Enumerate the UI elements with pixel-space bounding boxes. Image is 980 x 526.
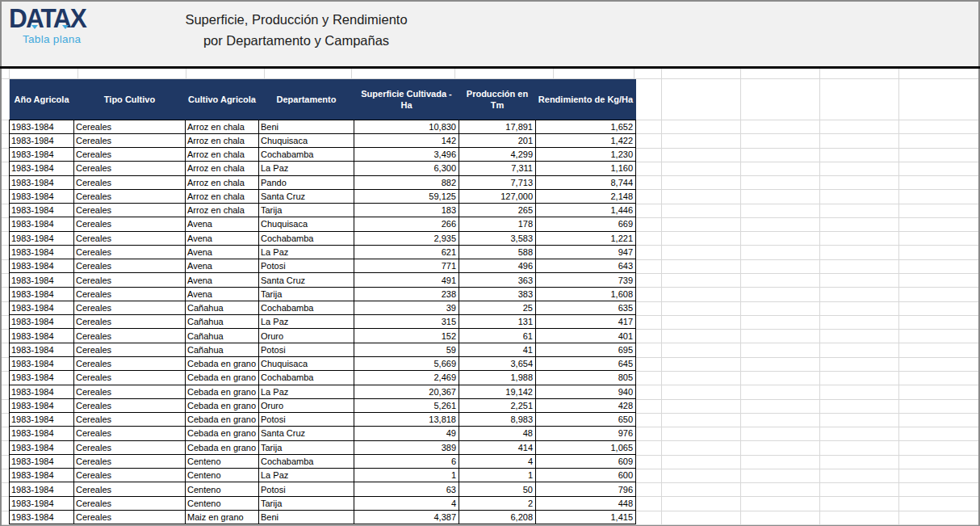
cell[interactable]: Cereales bbox=[74, 469, 186, 482]
cell[interactable]: 25 bbox=[459, 301, 536, 314]
cell[interactable]: 61 bbox=[459, 329, 536, 343]
cell[interactable]: 5,261 bbox=[354, 398, 459, 412]
cell[interactable]: 131 bbox=[459, 315, 536, 329]
column-header[interactable]: Departamento bbox=[259, 79, 354, 120]
cell[interactable]: Santa Cruz bbox=[259, 273, 354, 287]
column-header[interactable]: Superficie Cultivada - Ha bbox=[354, 79, 459, 120]
cell[interactable]: 882 bbox=[354, 175, 459, 189]
cell[interactable]: Cañahua bbox=[186, 343, 259, 356]
cell[interactable]: Avena bbox=[186, 287, 259, 301]
cell[interactable]: 635 bbox=[536, 301, 636, 314]
cell[interactable]: Arroz en chala bbox=[186, 189, 259, 203]
cell[interactable]: 1,160 bbox=[536, 162, 636, 175]
cell[interactable]: 976 bbox=[536, 427, 636, 440]
cell[interactable]: Cereales bbox=[74, 204, 186, 217]
cell[interactable]: 4 bbox=[459, 454, 536, 468]
cell[interactable]: 265 bbox=[459, 204, 536, 217]
cell[interactable]: Beni bbox=[259, 510, 354, 524]
cell[interactable]: Cebada en grano bbox=[186, 385, 259, 398]
cell[interactable]: Maiz en grano bbox=[186, 510, 259, 524]
cell[interactable]: Cochabamba bbox=[259, 301, 354, 314]
cell[interactable]: 1983-1984 bbox=[10, 385, 74, 398]
cell[interactable]: 5,669 bbox=[354, 357, 459, 371]
cell[interactable]: 2 bbox=[459, 496, 536, 510]
cell[interactable]: Santa Cruz bbox=[259, 427, 354, 440]
cell[interactable]: 1983-1984 bbox=[10, 315, 74, 329]
cell[interactable]: Cereales bbox=[74, 371, 186, 385]
cell[interactable]: Cereales bbox=[74, 454, 186, 468]
cell[interactable]: Cereales bbox=[74, 413, 186, 427]
cell[interactable]: 1983-1984 bbox=[10, 120, 74, 133]
cell[interactable]: Cereales bbox=[74, 315, 186, 329]
cell[interactable]: Chuquisaca bbox=[259, 133, 354, 147]
cell[interactable]: La Paz bbox=[259, 162, 354, 175]
cell[interactable]: 63 bbox=[354, 482, 459, 496]
cell[interactable]: Arroz en chala bbox=[186, 148, 259, 162]
cell[interactable]: 1983-1984 bbox=[10, 287, 74, 301]
cell[interactable]: 401 bbox=[536, 329, 636, 343]
cell[interactable]: 491 bbox=[354, 273, 459, 287]
cell[interactable]: 7,311 bbox=[459, 162, 536, 175]
cell[interactable]: 1983-1984 bbox=[10, 343, 74, 356]
cell[interactable]: Cereales bbox=[74, 189, 186, 203]
cell[interactable]: 1,065 bbox=[536, 440, 636, 454]
cell[interactable]: Cereales bbox=[74, 162, 186, 175]
cell[interactable]: 4 bbox=[354, 496, 459, 510]
cell[interactable]: 1983-1984 bbox=[10, 231, 74, 245]
cell[interactable]: Cereales bbox=[74, 329, 186, 343]
cell[interactable]: Cereales bbox=[74, 427, 186, 440]
cell[interactable]: 13,818 bbox=[354, 413, 459, 427]
cell[interactable]: 2,469 bbox=[354, 371, 459, 385]
cell[interactable]: 363 bbox=[459, 273, 536, 287]
cell[interactable]: Cereales bbox=[74, 287, 186, 301]
cell[interactable]: Cochabamba bbox=[259, 371, 354, 385]
cell[interactable]: Cereales bbox=[74, 343, 186, 356]
cell[interactable]: 609 bbox=[536, 454, 636, 468]
cell[interactable]: 588 bbox=[459, 245, 536, 259]
cell[interactable]: 7,713 bbox=[459, 175, 536, 189]
cell[interactable]: 20,367 bbox=[354, 385, 459, 398]
cell[interactable]: 152 bbox=[354, 329, 459, 343]
cell[interactable]: Arroz en chala bbox=[186, 162, 259, 175]
cell[interactable]: 6 bbox=[354, 454, 459, 468]
cell[interactable]: Arroz en chala bbox=[186, 120, 259, 133]
cell[interactable]: 3,583 bbox=[459, 231, 536, 245]
cell[interactable]: 796 bbox=[536, 482, 636, 496]
cell[interactable]: Cebada en grano bbox=[186, 398, 259, 412]
cell[interactable]: Cereales bbox=[74, 217, 186, 231]
cell[interactable]: Cochabamba bbox=[259, 231, 354, 245]
cell[interactable]: 50 bbox=[459, 482, 536, 496]
cell[interactable]: Centeno bbox=[186, 454, 259, 468]
cell[interactable]: Cereales bbox=[74, 245, 186, 259]
cell[interactable]: 1983-1984 bbox=[10, 162, 74, 175]
cell[interactable]: 643 bbox=[536, 259, 636, 273]
cell[interactable]: 1,422 bbox=[536, 133, 636, 147]
cell[interactable]: 1983-1984 bbox=[10, 427, 74, 440]
cell[interactable]: Tarija bbox=[259, 496, 354, 510]
cell[interactable]: 428 bbox=[536, 398, 636, 412]
cell[interactable]: 1983-1984 bbox=[10, 398, 74, 412]
cell[interactable]: 1,652 bbox=[536, 120, 636, 133]
cell[interactable]: Tarija bbox=[259, 204, 354, 217]
cell[interactable]: 178 bbox=[459, 217, 536, 231]
cell[interactable]: 621 bbox=[354, 245, 459, 259]
cell[interactable]: 1983-1984 bbox=[10, 371, 74, 385]
cell[interactable]: Cochabamba bbox=[259, 148, 354, 162]
cell[interactable]: 1983-1984 bbox=[10, 301, 74, 314]
column-header[interactable]: Año Agricola bbox=[10, 79, 74, 120]
cell[interactable]: 739 bbox=[536, 273, 636, 287]
cell[interactable]: 59,125 bbox=[354, 189, 459, 203]
cell[interactable]: 695 bbox=[536, 343, 636, 356]
cell[interactable]: Tarija bbox=[259, 287, 354, 301]
cell[interactable]: 1,230 bbox=[536, 148, 636, 162]
cell[interactable]: 1983-1984 bbox=[10, 510, 74, 524]
cell[interactable]: 600 bbox=[536, 469, 636, 482]
cell[interactable]: 1983-1984 bbox=[10, 189, 74, 203]
cell[interactable]: Cereales bbox=[74, 273, 186, 287]
cell[interactable]: 1 bbox=[354, 469, 459, 482]
cell[interactable]: Cereales bbox=[74, 231, 186, 245]
cell[interactable]: 3,496 bbox=[354, 148, 459, 162]
cell[interactable]: 1983-1984 bbox=[10, 273, 74, 287]
cell[interactable]: Potosi bbox=[259, 413, 354, 427]
cell[interactable]: 389 bbox=[354, 440, 459, 454]
